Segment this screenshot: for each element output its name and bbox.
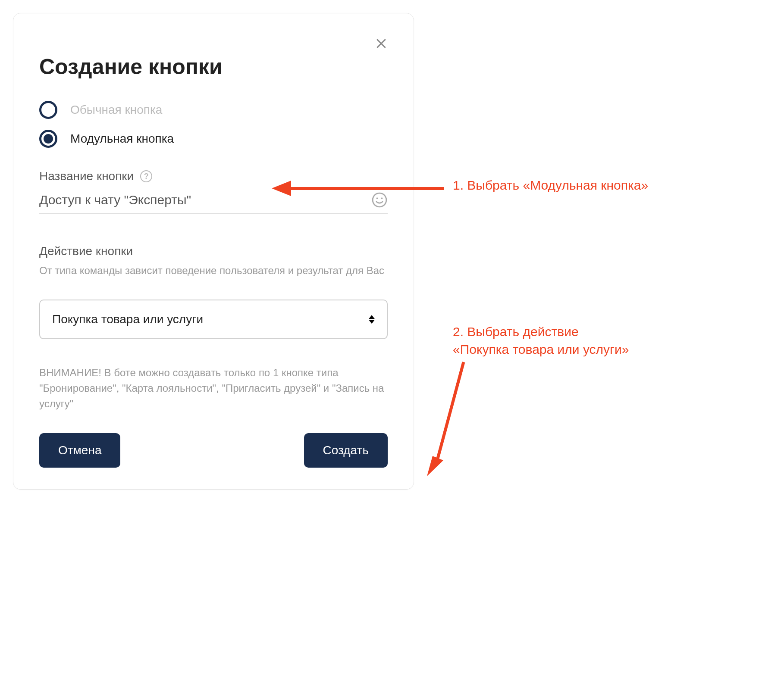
button-name-input[interactable] <box>39 193 363 207</box>
action-select[interactable]: Покупка товара или услуги <box>39 300 388 339</box>
cancel-button[interactable]: Отмена <box>39 433 120 468</box>
select-arrows-icon <box>369 315 375 324</box>
action-field-description: От типа команды зависит поведение пользо… <box>39 263 388 278</box>
button-type-radio-group: Обычная кнопка Модульная кнопка <box>39 101 388 148</box>
radio-label: Обычная кнопка <box>70 103 162 117</box>
annotation-arrow-2 <box>427 358 479 478</box>
radio-regular-button[interactable]: Обычная кнопка <box>39 101 388 119</box>
annotation-step-2: 2. Выбрать действие «Покупка товара или … <box>453 323 629 358</box>
radio-checked-icon <box>39 130 57 148</box>
radio-label: Модульная кнопка <box>70 132 174 146</box>
radio-unchecked-icon <box>39 101 57 119</box>
warning-text: ВНИМАНИЕ! В боте можно создавать только … <box>39 365 388 412</box>
create-button-dialog: Создание кнопки Обычная кнопка Модульная… <box>13 13 414 490</box>
emoji-icon[interactable] <box>371 192 388 208</box>
annotation-step-1: 1. Выбрать «Модульная кнопка» <box>453 177 648 194</box>
radio-modular-button[interactable]: Модульная кнопка <box>39 130 388 148</box>
name-field-label: Название кнопки <box>39 169 134 183</box>
help-icon[interactable]: ? <box>140 170 152 182</box>
name-input-row <box>39 192 388 214</box>
svg-marker-6 <box>427 456 443 476</box>
svg-line-5 <box>436 362 464 463</box>
name-field-label-row: Название кнопки ? <box>39 169 388 183</box>
create-button[interactable]: Создать <box>304 433 388 468</box>
close-icon[interactable] <box>375 37 388 50</box>
dialog-button-row: Отмена Создать <box>39 433 388 468</box>
action-select-wrapper: Покупка товара или услуги <box>39 300 388 339</box>
action-select-value: Покупка товара или услуги <box>52 312 203 326</box>
action-field-label: Действие кнопки <box>39 244 388 258</box>
svg-point-4 <box>381 197 383 199</box>
svg-point-2 <box>373 193 386 207</box>
svg-point-3 <box>376 197 378 199</box>
dialog-title: Создание кнопки <box>39 54 388 79</box>
